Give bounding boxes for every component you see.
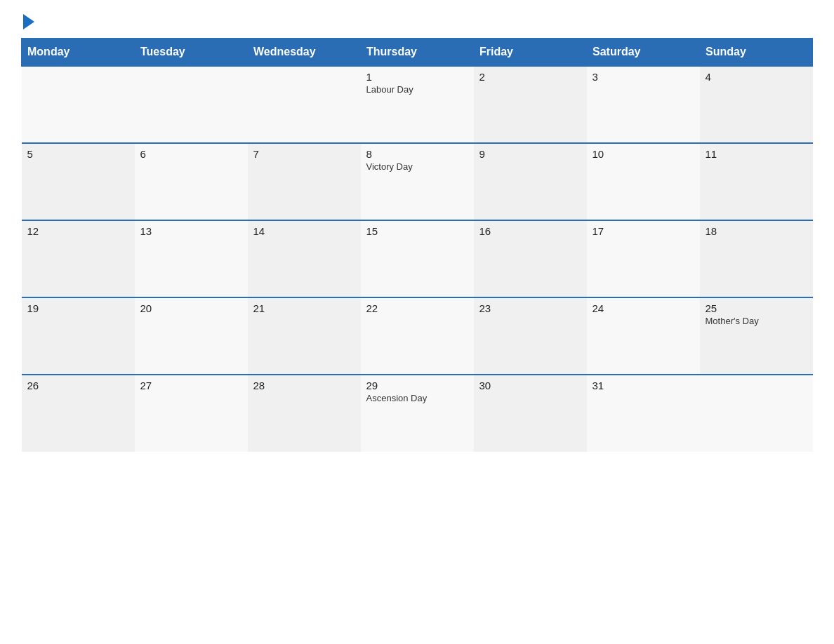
weekday-header-sunday: Sunday [700, 39, 813, 67]
day-number: 20 [140, 302, 242, 314]
day-number: 6 [140, 148, 242, 160]
day-event: Mother's Day [706, 316, 807, 326]
day-event: Ascension Day [366, 393, 468, 403]
day-number: 1 [366, 71, 468, 83]
calendar-cell-w3-d4: 15 [361, 220, 474, 297]
calendar-cell-w1-d4: 1Labour Day [361, 66, 474, 143]
calendar-cell-w1-d3 [248, 66, 361, 143]
calendar-cell-w5-d4: 29Ascension Day [361, 375, 474, 452]
weekday-header-row: MondayTuesdayWednesdayThursdayFridaySatu… [22, 39, 813, 67]
calendar-cell-w1-d7: 4 [700, 66, 813, 143]
calendar-cell-w1-d5: 2 [474, 66, 587, 143]
day-number: 2 [479, 71, 581, 83]
calendar-cell-w5-d6: 31 [587, 375, 700, 452]
calendar-cell-w3-d6: 17 [587, 220, 700, 297]
weekday-header-friday: Friday [474, 39, 587, 67]
calendar-cell-w2-d6: 10 [587, 143, 700, 220]
calendar-week-4: 19202122232425Mother's Day [22, 297, 813, 375]
day-number: 28 [253, 380, 355, 391]
calendar-week-3: 12131415161718 [22, 220, 813, 297]
calendar-cell-w5-d2: 27 [135, 375, 248, 452]
calendar-cell-w3-d5: 16 [474, 220, 587, 297]
day-number: 19 [27, 302, 129, 314]
calendar-body: 1Labour Day2345678Victory Day91011121314… [22, 66, 813, 452]
calendar-cell-w2-d2: 6 [135, 143, 248, 220]
day-number: 31 [593, 380, 694, 391]
calendar-cell-w1-d1 [22, 66, 135, 143]
calendar-cell-w4-d6: 24 [587, 297, 700, 375]
day-number: 16 [479, 225, 581, 237]
calendar-cell-w4-d1: 19 [22, 297, 135, 375]
day-number: 11 [706, 148, 807, 160]
calendar-cell-w2-d3: 7 [248, 143, 361, 220]
calendar-cell-w1-d6: 3 [587, 66, 700, 143]
weekday-header-tuesday: Tuesday [135, 39, 248, 67]
day-number: 23 [479, 302, 581, 314]
calendar-cell-w1-d2 [135, 66, 248, 143]
day-number: 3 [593, 71, 694, 83]
calendar-cell-w4-d3: 21 [248, 297, 361, 375]
day-number: 15 [366, 225, 468, 237]
weekday-header-saturday: Saturday [587, 39, 700, 67]
day-number: 17 [593, 225, 694, 237]
day-number: 24 [593, 302, 694, 314]
day-event: Labour Day [366, 84, 468, 95]
logo [21, 14, 37, 25]
weekday-header-wednesday: Wednesday [248, 39, 361, 67]
calendar-week-5: 26272829Ascension Day3031 [22, 375, 813, 452]
day-number: 10 [593, 148, 694, 160]
calendar-cell-w3-d7: 18 [700, 220, 813, 297]
calendar-cell-w5-d7 [700, 375, 813, 452]
calendar-cell-w5-d5: 30 [474, 375, 587, 452]
day-number: 8 [366, 148, 468, 160]
calendar-cell-w5-d3: 28 [248, 375, 361, 452]
calendar-cell-w2-d1: 5 [22, 143, 135, 220]
day-number: 25 [706, 302, 807, 314]
calendar-cell-w5-d1: 26 [22, 375, 135, 452]
calendar-cell-w4-d7: 25Mother's Day [700, 297, 813, 375]
day-number: 26 [27, 380, 129, 391]
day-number: 9 [479, 148, 581, 160]
calendar-cell-w3-d1: 12 [22, 220, 135, 297]
day-event: Victory Day [366, 161, 468, 172]
day-number: 7 [253, 148, 355, 160]
calendar-cell-w2-d7: 11 [700, 143, 813, 220]
calendar-cell-w4-d5: 23 [474, 297, 587, 375]
day-number: 5 [27, 148, 129, 160]
calendar-header: MondayTuesdayWednesdayThursdayFridaySatu… [22, 39, 813, 67]
logo-arrow-icon [23, 14, 34, 29]
day-number: 21 [253, 302, 355, 314]
calendar-week-1: 1Labour Day234 [22, 66, 813, 143]
day-number: 27 [140, 380, 242, 391]
calendar-cell-w3-d2: 13 [135, 220, 248, 297]
calendar-week-2: 5678Victory Day91011 [22, 143, 813, 220]
day-number: 4 [706, 71, 807, 83]
day-number: 12 [27, 225, 129, 237]
calendar-cell-w4-d2: 20 [135, 297, 248, 375]
weekday-header-monday: Monday [22, 39, 135, 67]
calendar-cell-w3-d3: 14 [248, 220, 361, 297]
calendar-cell-w2-d4: 8Victory Day [361, 143, 474, 220]
page-header [21, 14, 813, 25]
day-number: 18 [706, 225, 807, 237]
calendar-table: MondayTuesdayWednesdayThursdayFridaySatu… [21, 38, 813, 452]
day-number: 29 [366, 380, 468, 391]
day-number: 30 [479, 380, 581, 391]
day-number: 13 [140, 225, 242, 237]
weekday-header-thursday: Thursday [361, 39, 474, 67]
calendar-cell-w4-d4: 22 [361, 297, 474, 375]
calendar-cell-w2-d5: 9 [474, 143, 587, 220]
day-number: 22 [366, 302, 468, 314]
day-number: 14 [253, 225, 355, 237]
